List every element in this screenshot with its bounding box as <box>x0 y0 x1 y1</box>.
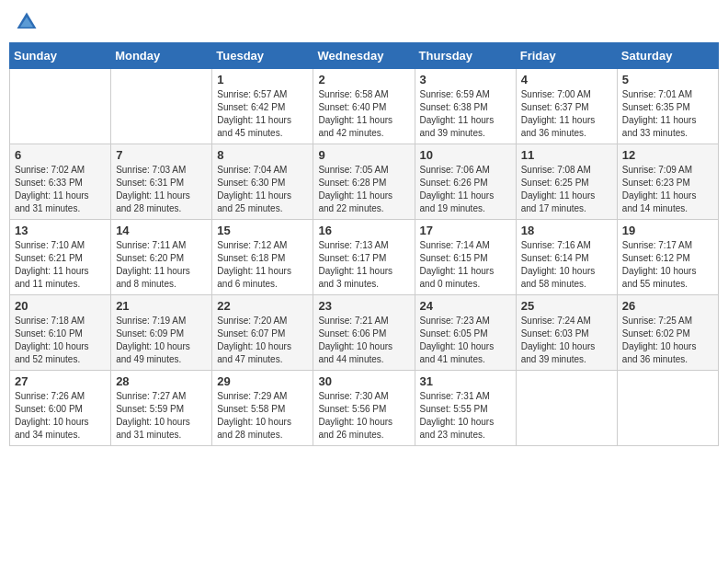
calendar-cell: 22Sunrise: 7:20 AMSunset: 6:07 PMDayligh… <box>212 295 313 371</box>
calendar-cell: 5Sunrise: 7:01 AMSunset: 6:35 PMDaylight… <box>617 69 718 144</box>
calendar-cell: 25Sunrise: 7:24 AMSunset: 6:03 PMDayligh… <box>516 295 617 371</box>
calendar-cell: 31Sunrise: 7:31 AMSunset: 5:55 PMDayligh… <box>415 371 516 446</box>
day-header-sunday: Sunday <box>10 43 111 69</box>
day-number: 15 <box>217 224 308 237</box>
calendar-cell: 8Sunrise: 7:04 AMSunset: 6:30 PMDaylight… <box>212 144 313 220</box>
logo-icon <box>14 9 40 35</box>
day-number: 4 <box>521 73 612 86</box>
calendar-cell: 21Sunrise: 7:19 AMSunset: 6:09 PMDayligh… <box>111 295 212 371</box>
week-row-3: 20Sunrise: 7:18 AMSunset: 6:10 PMDayligh… <box>10 295 719 371</box>
calendar-cell: 3Sunrise: 6:59 AMSunset: 6:38 PMDaylight… <box>415 69 516 144</box>
day-info: Sunrise: 7:20 AMSunset: 6:07 PMDaylight:… <box>217 315 308 366</box>
day-number: 3 <box>420 73 511 86</box>
calendar-cell: 17Sunrise: 7:14 AMSunset: 6:15 PMDayligh… <box>415 220 516 295</box>
calendar-table: SundayMondayTuesdayWednesdayThursdayFrid… <box>9 42 719 446</box>
calendar-cell <box>111 69 212 144</box>
day-number: 9 <box>318 148 409 162</box>
day-number: 1 <box>217 73 308 86</box>
day-number: 23 <box>318 299 409 313</box>
day-info: Sunrise: 6:58 AMSunset: 6:40 PMDaylight:… <box>318 88 409 140</box>
day-number: 17 <box>420 224 511 237</box>
day-number: 5 <box>622 73 713 86</box>
day-info: Sunrise: 7:18 AMSunset: 6:10 PMDaylight:… <box>15 315 106 366</box>
day-number: 30 <box>318 374 409 388</box>
day-number: 24 <box>420 299 511 313</box>
calendar-cell <box>10 69 111 144</box>
day-info: Sunrise: 7:09 AMSunset: 6:23 PMDaylight:… <box>622 164 713 215</box>
day-info: Sunrise: 7:02 AMSunset: 6:33 PMDaylight:… <box>15 164 106 215</box>
calendar-cell: 2Sunrise: 6:58 AMSunset: 6:40 PMDaylight… <box>313 69 415 144</box>
calendar-header-row: SundayMondayTuesdayWednesdayThursdayFrid… <box>10 43 719 69</box>
calendar-cell: 30Sunrise: 7:30 AMSunset: 5:56 PMDayligh… <box>313 371 415 446</box>
day-info: Sunrise: 7:04 AMSunset: 6:30 PMDaylight:… <box>217 164 308 215</box>
calendar-cell: 13Sunrise: 7:10 AMSunset: 6:21 PMDayligh… <box>10 220 111 295</box>
day-number: 22 <box>217 299 308 313</box>
calendar-cell: 10Sunrise: 7:06 AMSunset: 6:26 PMDayligh… <box>415 144 516 220</box>
week-row-4: 27Sunrise: 7:26 AMSunset: 6:00 PMDayligh… <box>10 371 719 446</box>
day-header-thursday: Thursday <box>415 43 516 69</box>
day-number: 25 <box>521 299 612 313</box>
calendar-cell: 24Sunrise: 7:23 AMSunset: 6:05 PMDayligh… <box>415 295 516 371</box>
calendar-cell: 11Sunrise: 7:08 AMSunset: 6:25 PMDayligh… <box>516 144 617 220</box>
calendar-cell: 26Sunrise: 7:25 AMSunset: 6:02 PMDayligh… <box>617 295 718 371</box>
calendar-cell: 19Sunrise: 7:17 AMSunset: 6:12 PMDayligh… <box>617 220 718 295</box>
day-header-wednesday: Wednesday <box>313 43 415 69</box>
day-number: 8 <box>217 148 308 162</box>
calendar-cell: 6Sunrise: 7:02 AMSunset: 6:33 PMDaylight… <box>10 144 111 220</box>
day-info: Sunrise: 7:13 AMSunset: 6:17 PMDaylight:… <box>318 239 409 291</box>
day-number: 19 <box>622 224 713 237</box>
day-info: Sunrise: 7:27 AMSunset: 5:59 PMDaylight:… <box>116 390 207 442</box>
day-info: Sunrise: 7:00 AMSunset: 6:37 PMDaylight:… <box>521 88 612 140</box>
day-number: 28 <box>116 374 207 388</box>
day-info: Sunrise: 7:23 AMSunset: 6:05 PMDaylight:… <box>420 315 511 366</box>
day-header-saturday: Saturday <box>617 43 718 69</box>
day-info: Sunrise: 7:16 AMSunset: 6:14 PMDaylight:… <box>521 239 612 291</box>
day-number: 29 <box>217 374 308 388</box>
calendar-cell: 16Sunrise: 7:13 AMSunset: 6:17 PMDayligh… <box>313 220 415 295</box>
day-info: Sunrise: 7:05 AMSunset: 6:28 PMDaylight:… <box>318 164 409 215</box>
day-header-monday: Monday <box>111 43 212 69</box>
calendar-cell: 18Sunrise: 7:16 AMSunset: 6:14 PMDayligh… <box>516 220 617 295</box>
calendar-cell: 12Sunrise: 7:09 AMSunset: 6:23 PMDayligh… <box>617 144 718 220</box>
calendar-cell: 27Sunrise: 7:26 AMSunset: 6:00 PMDayligh… <box>10 371 111 446</box>
logo <box>14 9 43 35</box>
calendar-cell <box>516 371 617 446</box>
day-number: 14 <box>116 224 207 237</box>
week-row-1: 6Sunrise: 7:02 AMSunset: 6:33 PMDaylight… <box>10 144 719 220</box>
day-info: Sunrise: 7:26 AMSunset: 6:00 PMDaylight:… <box>15 390 106 442</box>
day-number: 26 <box>622 299 713 313</box>
day-number: 27 <box>15 374 106 388</box>
calendar-cell <box>617 371 718 446</box>
day-info: Sunrise: 7:08 AMSunset: 6:25 PMDaylight:… <box>521 164 612 215</box>
calendar-cell: 1Sunrise: 6:57 AMSunset: 6:42 PMDaylight… <box>212 69 313 144</box>
week-row-0: 1Sunrise: 6:57 AMSunset: 6:42 PMDaylight… <box>10 69 719 144</box>
calendar-cell: 15Sunrise: 7:12 AMSunset: 6:18 PMDayligh… <box>212 220 313 295</box>
page-header <box>9 9 719 35</box>
day-info: Sunrise: 7:06 AMSunset: 6:26 PMDaylight:… <box>420 164 511 215</box>
day-header-tuesday: Tuesday <box>212 43 313 69</box>
day-number: 16 <box>318 224 409 237</box>
day-info: Sunrise: 7:01 AMSunset: 6:35 PMDaylight:… <box>622 88 713 140</box>
day-number: 2 <box>318 73 409 86</box>
day-info: Sunrise: 7:03 AMSunset: 6:31 PMDaylight:… <box>116 164 207 215</box>
day-info: Sunrise: 7:10 AMSunset: 6:21 PMDaylight:… <box>15 239 106 291</box>
calendar-cell: 7Sunrise: 7:03 AMSunset: 6:31 PMDaylight… <box>111 144 212 220</box>
calendar-cell: 23Sunrise: 7:21 AMSunset: 6:06 PMDayligh… <box>313 295 415 371</box>
day-number: 20 <box>15 299 106 313</box>
calendar-cell: 14Sunrise: 7:11 AMSunset: 6:20 PMDayligh… <box>111 220 212 295</box>
calendar-cell: 28Sunrise: 7:27 AMSunset: 5:59 PMDayligh… <box>111 371 212 446</box>
day-info: Sunrise: 6:59 AMSunset: 6:38 PMDaylight:… <box>420 88 511 140</box>
day-info: Sunrise: 7:19 AMSunset: 6:09 PMDaylight:… <box>116 315 207 366</box>
day-number: 18 <box>521 224 612 237</box>
calendar-cell: 20Sunrise: 7:18 AMSunset: 6:10 PMDayligh… <box>10 295 111 371</box>
day-info: Sunrise: 7:12 AMSunset: 6:18 PMDaylight:… <box>217 239 308 291</box>
day-info: Sunrise: 7:14 AMSunset: 6:15 PMDaylight:… <box>420 239 511 291</box>
day-info: Sunrise: 7:11 AMSunset: 6:20 PMDaylight:… <box>116 239 207 291</box>
calendar-cell: 4Sunrise: 7:00 AMSunset: 6:37 PMDaylight… <box>516 69 617 144</box>
day-header-friday: Friday <box>516 43 617 69</box>
day-info: Sunrise: 6:57 AMSunset: 6:42 PMDaylight:… <box>217 88 308 140</box>
day-info: Sunrise: 7:21 AMSunset: 6:06 PMDaylight:… <box>318 315 409 366</box>
day-number: 12 <box>622 148 713 162</box>
day-info: Sunrise: 7:25 AMSunset: 6:02 PMDaylight:… <box>622 315 713 366</box>
week-row-2: 13Sunrise: 7:10 AMSunset: 6:21 PMDayligh… <box>10 220 719 295</box>
